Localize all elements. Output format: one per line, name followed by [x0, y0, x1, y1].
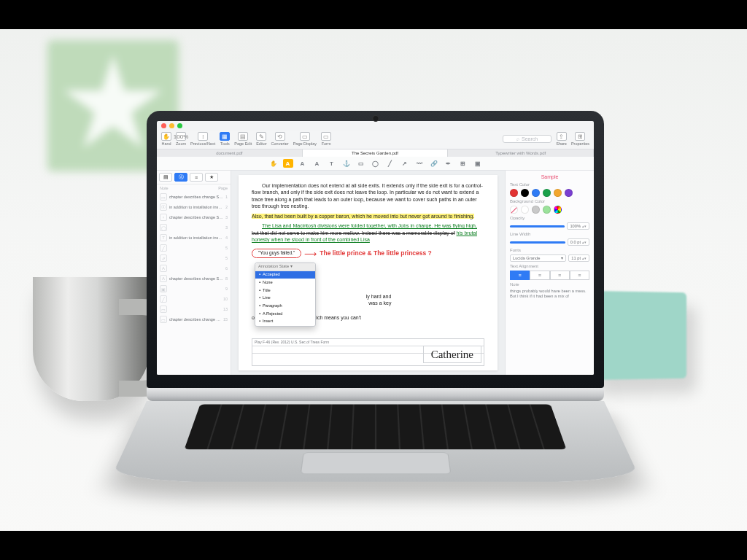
close-icon[interactable]	[161, 123, 166, 128]
converter-button[interactable]: ⟲Converter	[271, 132, 289, 146]
tools-button[interactable]: ▦Tools	[220, 132, 230, 146]
link-tool-icon[interactable]: 🔗	[429, 159, 439, 168]
strike-tool-icon[interactable]: A	[298, 159, 308, 168]
page-display-button[interactable]: ▭Page Display	[293, 132, 317, 146]
row-type-icon: ╱	[160, 295, 167, 303]
row-type-icon: ♀	[160, 214, 167, 221]
context-item[interactable]: ▪Paragraph	[255, 302, 315, 310]
annotation-row[interactable]: ◯3	[157, 222, 231, 233]
opacity-value[interactable]: 100%▴▾	[567, 222, 589, 230]
arrow-tool-icon[interactable]: ↗	[400, 159, 410, 168]
annotation-row[interactable]: ▭13	[157, 304, 231, 314]
rect-tool-icon[interactable]: ▭	[356, 159, 366, 168]
context-item[interactable]: ▪Line	[255, 295, 315, 303]
tab-2[interactable]: The Secrets Garden.pdf	[303, 149, 449, 157]
tab-3[interactable]: Typewriter with Words.pdf	[448, 149, 594, 157]
annotation-toolbar: ✋AAAT⚓▭◯╱↗〰🔗✒⊞▣	[157, 157, 594, 171]
label-line-width: Line Width	[510, 232, 589, 236]
zoom-icon[interactable]	[177, 123, 182, 128]
document-viewport[interactable]: Our implementation does not extend at al…	[231, 171, 505, 375]
minimize-icon[interactable]	[169, 123, 174, 128]
align-left-button[interactable]: ≡	[510, 271, 530, 280]
tab-1[interactable]: document.pdf	[157, 149, 303, 157]
prevnext-button[interactable]: ↕Previous/Next	[190, 132, 215, 146]
ink-tool-icon[interactable]: 〰	[414, 159, 425, 168]
signature-field[interactable]: Catherine	[423, 346, 481, 363]
stamp-tool-icon[interactable]: ⊞	[458, 159, 468, 168]
bg-color-swatch[interactable]	[521, 206, 529, 214]
label-note: Note	[510, 282, 589, 287]
zoom-button[interactable]: 100%Zoom	[176, 132, 186, 146]
sidebar-mode-outline[interactable]: ≡	[190, 173, 203, 182]
bg-color-swatch[interactable]	[543, 206, 551, 214]
row-type-icon: A	[160, 265, 167, 272]
anchor-tool-icon[interactable]: ⚓	[341, 159, 352, 168]
text-color-swatch[interactable]	[510, 189, 518, 197]
context-item[interactable]: ▪Insert	[255, 318, 315, 326]
page-edit-button[interactable]: ▤Page Edit	[234, 132, 252, 146]
text-tool-icon[interactable]: T	[327, 159, 337, 168]
context-menu-title: Annotation State ▾	[255, 263, 315, 271]
annotation-row[interactable]: A6	[157, 263, 231, 273]
text-color-swatch[interactable]	[543, 189, 551, 197]
annotation-row[interactable]: Tin addition to installation instru…4	[157, 233, 231, 243]
oval-tool-icon[interactable]: ◯	[371, 159, 381, 168]
row-type-icon: ▭	[160, 316, 167, 323]
line-width-slider[interactable]	[510, 241, 565, 244]
sign-tool-icon[interactable]: ✒	[444, 159, 454, 168]
underlined-text[interactable]: The Lisa and Macintosh divisions were fo…	[262, 223, 477, 228]
context-item[interactable]: ▪A Rejected	[255, 310, 315, 318]
search-input[interactable]: ⌕ Search	[503, 135, 551, 143]
bg-color-swatch[interactable]	[554, 206, 562, 214]
context-item[interactable]: ▪None	[255, 279, 315, 287]
align-right-button[interactable]: ≡	[550, 271, 570, 280]
strikethrough-text[interactable]: but that did not serve to make him more …	[252, 230, 455, 236]
annotation-row[interactable]: Ⓐin addition to installation instru…2	[157, 202, 231, 212]
annotation-row[interactable]: ▣9	[157, 284, 231, 294]
properties-button[interactable]: ⊞Properties	[571, 132, 589, 146]
arrow-annotation-icon[interactable]: ⟶	[304, 248, 317, 260]
annotation-row[interactable]: ╱10	[157, 294, 231, 304]
annotation-row[interactable]: ✐5	[157, 253, 231, 263]
annotation-row[interactable]: ♀chapter describes change Sho…3	[157, 212, 231, 222]
annotation-row[interactable]: ╱5	[157, 243, 231, 253]
align-center-button[interactable]: ≡	[530, 271, 549, 280]
annotation-row[interactable]: Achapter describes change Sho…8	[157, 273, 231, 284]
body-paragraph: Our implementation does not extend at al…	[252, 182, 484, 210]
share-button[interactable]: ⇪Share	[556, 132, 567, 146]
opacity-slider[interactable]	[510, 225, 565, 228]
hand-button[interactable]: ✋Hand	[161, 132, 171, 146]
col-note: Note	[160, 186, 169, 190]
sidebar-mode-thumb[interactable]: ▤	[159, 173, 172, 182]
underline-tool-icon[interactable]: A	[312, 159, 322, 168]
editor-button[interactable]: ✎Editor	[256, 132, 266, 146]
note-body[interactable]: things probably would have been a mess. …	[510, 289, 589, 300]
image-tool-icon[interactable]: ▣	[473, 159, 483, 168]
text-color-swatch[interactable]	[554, 189, 562, 197]
context-item[interactable]: ▪Title	[255, 287, 315, 295]
font-family-select[interactable]: Lucida Grande ▾	[510, 254, 566, 262]
font-size-value[interactable]: 11 pt▴▾	[568, 254, 589, 262]
hand-tool-icon[interactable]: ✋	[268, 159, 279, 168]
headline-annotation[interactable]: The little prince & The little princess …	[320, 249, 432, 257]
text-color-swatch[interactable]	[521, 189, 529, 197]
highlighted-text[interactable]: Also, that had been built by a copper ba…	[252, 214, 474, 219]
text-color-swatch[interactable]	[532, 189, 540, 197]
bg-color-swatch[interactable]	[510, 206, 518, 214]
align-justify-button[interactable]: ≡	[570, 271, 589, 280]
sidebar-mode-annot[interactable]: Ⓐ	[174, 173, 187, 182]
alignment-segment[interactable]: ≡ ≡ ≡ ≡	[510, 271, 589, 280]
context-item[interactable]: ▪Accepted	[255, 271, 315, 279]
context-menu[interactable]: Annotation State ▾ ▪Accepted▪None▪Title▪…	[255, 262, 316, 327]
highlight-tool-icon[interactable]: A	[283, 159, 293, 168]
annotation-row[interactable]: ▭chapter describes change Sho…15	[157, 314, 231, 324]
callout-annotation[interactable]: "You guys failed."	[252, 249, 301, 258]
row-type-icon: ▭	[160, 306, 167, 313]
form-button[interactable]: ▭Form	[321, 132, 331, 146]
line-width-value[interactable]: 0.0 pt▴▾	[568, 238, 589, 246]
sidebar-mode-bookmark[interactable]: ★	[205, 173, 218, 182]
bg-color-swatch[interactable]	[532, 206, 540, 214]
line-tool-icon[interactable]: ╱	[385, 159, 395, 168]
text-color-swatch[interactable]	[565, 189, 573, 197]
annotation-row[interactable]: ▭chapter describes change Sho…1	[157, 192, 231, 202]
